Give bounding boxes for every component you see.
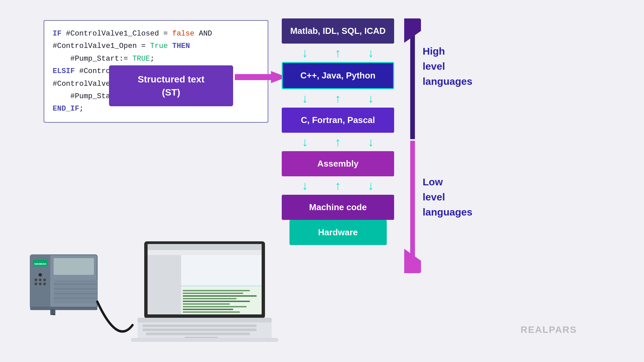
arrow-asm-machine: ↓ ↑ ↓ <box>282 176 394 195</box>
lang-matlab-box: Matlab, IDL, SQL, ICAD <box>282 18 394 44</box>
st-to-lang-arrow <box>235 64 288 90</box>
code-kw-if: IF <box>53 29 61 38</box>
arrow-matlab-cpp: ↓ ↑ ↓ <box>282 44 394 62</box>
st-label-text: Structured text <box>138 74 204 84</box>
high-level-label: High level languages <box>423 44 472 89</box>
st-label-parens: (ST) <box>162 87 180 98</box>
plc-cable <box>0 228 275 362</box>
language-hierarchy: Matlab, IDL, SQL, ICAD ↓ ↑ ↓ C++, Java, … <box>282 18 394 245</box>
lang-hardware-box: Hardware <box>289 220 387 245</box>
lang-machine-box: Machine code <box>282 195 394 220</box>
lang-c-box: C, Fortran, Pascal <box>282 108 394 133</box>
lang-assembly-box: Assembly <box>282 151 394 176</box>
code-line-1: IF #ControlValve1_Closed = false AND #Co… <box>53 27 259 53</box>
lang-cpp-box: C++, Java, Python <box>282 62 394 89</box>
arrow-cpp-c: ↓ ↑ ↓ <box>282 89 394 108</box>
arrow-c-asm: ↓ ↑ ↓ <box>282 133 394 151</box>
watermark: REALPARS <box>521 324 577 335</box>
low-level-label: Low level languages <box>423 174 472 220</box>
st-label-box: Structured text (ST) <box>109 65 233 106</box>
vertical-level-arrow <box>404 18 421 273</box>
code-line-2: #Pump_Start:= TRUE; <box>53 53 259 65</box>
